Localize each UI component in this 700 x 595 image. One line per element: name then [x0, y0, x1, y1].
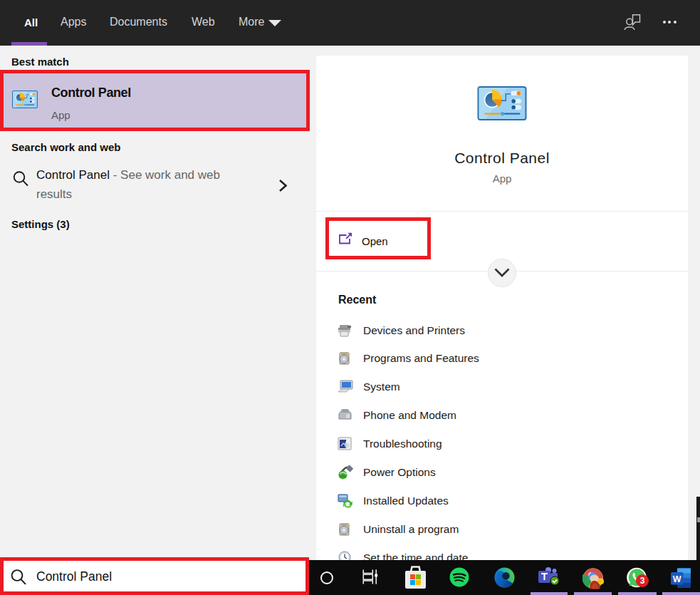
svg-text:W: W	[673, 574, 681, 584]
